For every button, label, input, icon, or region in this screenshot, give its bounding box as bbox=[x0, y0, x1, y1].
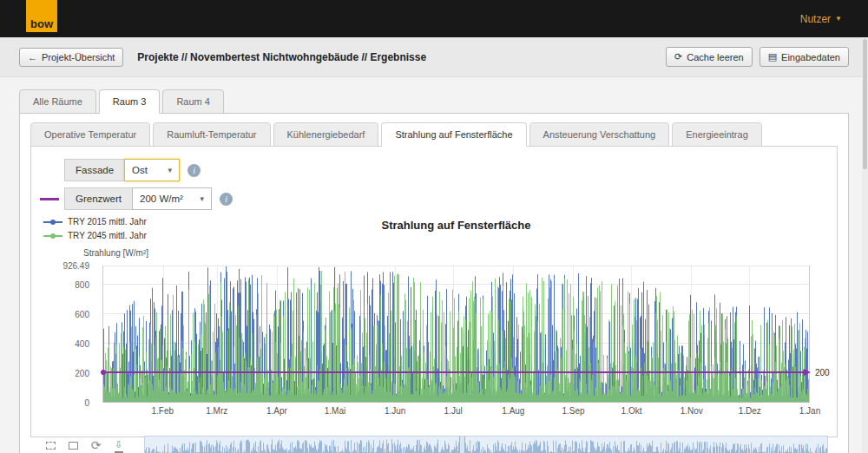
grenzwert-value: 200 W/m² bbox=[140, 194, 183, 204]
y-tick-label: 0 bbox=[40, 398, 95, 408]
zoom-box-icon[interactable] bbox=[43, 437, 58, 453]
x-tick-label: 1.Okt bbox=[621, 406, 642, 416]
tab-raumluft-temperatur[interactable]: Raumluft-Temperatur bbox=[153, 122, 270, 147]
tab-operative-temperatur[interactable]: Operative Temperatur bbox=[30, 122, 150, 147]
x-tick-label: 1.Nov bbox=[681, 406, 703, 416]
results-panel: Fassade Ost ▾ i Grenzwert 200 W/m² ▾ i T… bbox=[30, 146, 838, 437]
tab-ansteuerung-verschattung[interactable]: Ansteuerung Verschattung bbox=[529, 122, 670, 147]
x-tick-label: 1.Jan bbox=[799, 406, 820, 416]
back-button[interactable]: ← Projekt-Übersicht bbox=[19, 48, 123, 67]
breadcrumb: Projekte // Novembertest Nichtwohngebäud… bbox=[137, 51, 426, 63]
top-bar: bow Nutzer ▼ bbox=[0, 0, 868, 37]
chart-title: Strahlung auf Fensterfläche bbox=[102, 219, 810, 232]
plot-area[interactable] bbox=[102, 266, 810, 403]
tab-strahlung-auf-fensterflaeche[interactable]: Strahlung auf Fensterfläche bbox=[381, 122, 526, 147]
tab-raum-3[interactable]: Raum 3 bbox=[99, 89, 161, 114]
x-tick-label: 1.Mai bbox=[325, 406, 345, 416]
grenzwert-select[interactable]: 200 W/m² ▾ bbox=[132, 187, 212, 210]
scrollbar-thumb[interactable] bbox=[863, 39, 867, 169]
refresh-icon: ⟳ bbox=[674, 51, 682, 62]
fassade-select[interactable]: Ost ▾ bbox=[124, 159, 180, 181]
threshold-arrow-icon bbox=[804, 369, 811, 376]
y-axis-ticks: 926.498006004002000 bbox=[40, 266, 95, 403]
back-arrow-icon: ← bbox=[28, 52, 37, 62]
grenzwert-line-sample bbox=[40, 198, 59, 200]
download-arrow-glyph: ⇩ bbox=[115, 438, 122, 450]
x-tick-label: 1.Jun bbox=[385, 406, 405, 416]
tab-raum-4[interactable]: Raum 4 bbox=[162, 89, 224, 114]
legend-dot bbox=[50, 220, 56, 225]
download-icon[interactable]: ⇩ bbox=[111, 437, 126, 453]
user-menu[interactable]: Nutzer ▼ bbox=[800, 0, 842, 37]
y-axis-title: Strahlung [W/m²] bbox=[83, 248, 148, 258]
input-data-label: Eingabedaten bbox=[781, 52, 840, 62]
y-tick-label: 800 bbox=[40, 280, 95, 290]
chevron-down-icon: ▼ bbox=[835, 15, 842, 23]
grenzwert-control: Grenzwert 200 W/m² ▾ i bbox=[40, 187, 830, 210]
grenzwert-label: Grenzwert bbox=[64, 187, 132, 210]
x-tick-label: 1.Mrz bbox=[206, 406, 227, 416]
x-tick-label: 1.Apr bbox=[266, 406, 287, 416]
results-card: Operative Temperatur Raumluft-Temperatur… bbox=[19, 113, 849, 453]
document-icon: ▤ bbox=[768, 51, 777, 62]
threshold-label: 200 bbox=[815, 368, 830, 378]
zoom-box-glyph bbox=[46, 442, 56, 450]
pan-select-icon[interactable] bbox=[66, 437, 81, 453]
tab-kuehlenergiebedarf[interactable]: Kühlenergiebedarf bbox=[273, 122, 379, 147]
range-navigator[interactable] bbox=[144, 436, 828, 453]
cache-clear-label: Cache leeren bbox=[687, 52, 743, 62]
x-axis-ticks: 1.Feb1.Mrz1.Apr1.Mai1.Jun1.Jul1.Aug1.Sep… bbox=[102, 406, 810, 418]
x-tick-label: 1.Dez bbox=[739, 406, 761, 416]
x-tick-label: 1.Feb bbox=[151, 406, 174, 416]
result-tabs: Operative Temperatur Raumluft-Temperatur… bbox=[30, 122, 838, 147]
pan-select-glyph bbox=[69, 442, 78, 450]
cache-clear-button[interactable]: ⟳ Cache leeren bbox=[666, 47, 753, 67]
breadcrumb-bar: ← Projekt-Übersicht Projekte // November… bbox=[0, 37, 868, 77]
user-menu-label: Nutzer bbox=[800, 13, 831, 25]
x-tick-label: 1.Sep bbox=[562, 406, 585, 416]
info-icon[interactable]: i bbox=[220, 193, 233, 206]
fassade-value: Ost bbox=[132, 165, 148, 175]
threshold-line bbox=[103, 371, 809, 373]
x-tick-label: 1.Jul bbox=[444, 406, 463, 416]
y-tick-label: 926.49 bbox=[40, 261, 95, 271]
legend-item-try-2045[interactable]: TRY 2045 mittl. Jahr bbox=[43, 231, 147, 240]
y-tick-label: 600 bbox=[40, 310, 95, 319]
legend-marker bbox=[43, 235, 62, 237]
tab-alle-raeume[interactable]: Alle Räume bbox=[19, 89, 96, 114]
navigator-canvas[interactable] bbox=[145, 437, 827, 453]
y-tick-label: 200 bbox=[40, 369, 95, 378]
info-icon[interactable]: i bbox=[187, 164, 201, 177]
legend-marker bbox=[43, 221, 62, 223]
chart-section: TRY 2015 mittl. Jahr TRY 2045 mittl. Jah… bbox=[40, 217, 830, 423]
room-tabs: Alle Räume Raum 3 Raum 4 bbox=[19, 89, 849, 114]
back-button-label: Projekt-Übersicht bbox=[42, 52, 115, 62]
chevron-down-icon: ▾ bbox=[168, 166, 173, 174]
chevron-down-icon: ▾ bbox=[201, 194, 205, 203]
download-bar-glyph bbox=[115, 451, 123, 453]
y-tick-label: 400 bbox=[40, 339, 95, 349]
radiation-canvas[interactable] bbox=[103, 266, 809, 402]
app-logo[interactable]: bow bbox=[26, 0, 57, 32]
reset-zoom-icon[interactable]: ⟳ bbox=[89, 437, 103, 453]
app-logo-text: bow bbox=[30, 17, 53, 30]
tab-energieeintrag[interactable]: Energieeintrag bbox=[672, 122, 762, 147]
page-scrollbar[interactable] bbox=[862, 37, 868, 453]
threshold-label-wrap: 200 bbox=[815, 266, 853, 403]
navigator-handle[interactable] bbox=[459, 437, 465, 453]
fassade-control: Fassade Ost ▾ i bbox=[64, 159, 830, 181]
fassade-label: Fassade bbox=[64, 159, 124, 181]
x-tick-label: 1.Aug bbox=[502, 406, 524, 416]
chart-bottom-row: ⟳ ⇩ bbox=[40, 436, 830, 453]
legend-label: TRY 2045 mittl. Jahr bbox=[68, 231, 147, 240]
input-data-button[interactable]: ▤ Eingabedaten bbox=[760, 47, 849, 67]
legend-dot bbox=[50, 233, 56, 239]
